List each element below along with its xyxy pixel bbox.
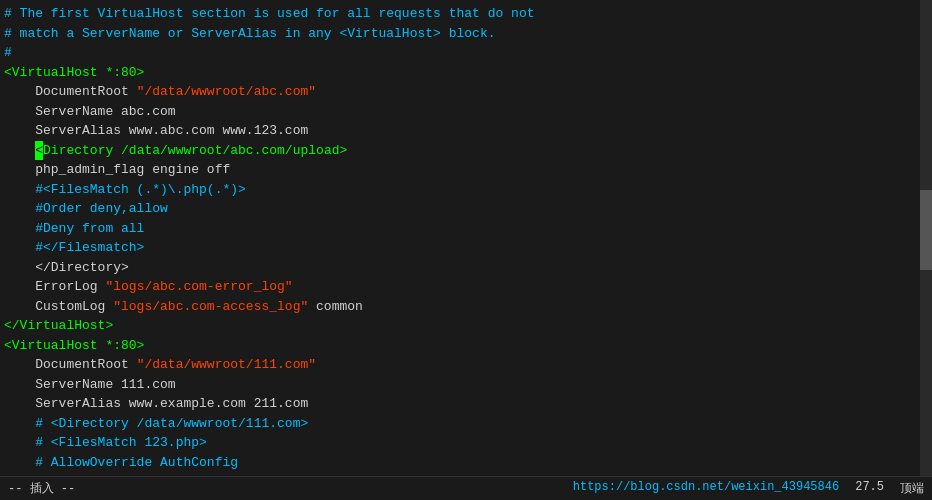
line-part: DocumentRoot <box>4 84 137 99</box>
line-part: #</Filesmatch> <box>4 240 144 255</box>
status-bar: -- 插入 -- https://blog.csdn.net/weixin_43… <box>0 476 932 500</box>
code-line: DocumentRoot "/data/wwwroot/abc.com" <box>0 82 920 102</box>
line-part: php_admin_flag engine off <box>4 162 230 177</box>
line-content: CustomLog "logs/abc.com-access_log" comm… <box>4 297 912 317</box>
line-part: <VirtualHost *:80> <box>4 338 144 353</box>
editor-container: # The first VirtualHost section is used … <box>0 0 932 500</box>
line-content: # match a ServerName or ServerAlias in a… <box>4 24 912 44</box>
line-content: #</Filesmatch> <box>4 238 912 258</box>
location-info: 顶端 <box>900 480 924 497</box>
code-line: CustomLog "logs/abc.com-access_log" comm… <box>0 297 920 317</box>
line-content: # <Directory /data/wwwroot/111.com> <box>4 414 912 434</box>
line-part: # <FilesMatch 123.php> <box>4 435 207 450</box>
line-part: #Order deny,allow <box>4 201 168 216</box>
line-part: CustomLog <box>4 299 113 314</box>
code-line: ServerAlias www.abc.com www.123.com <box>0 121 920 141</box>
line-part: "logs/abc.com-error_log" <box>105 279 292 294</box>
line-part: (.*)> <box>207 182 246 197</box>
code-line: # <box>0 43 920 63</box>
line-content: ErrorLog "logs/abc.com-error_log" <box>4 277 912 297</box>
code-line: # <Directory /data/wwwroot/111.com> <box>0 414 920 434</box>
line-content: DocumentRoot "/data/wwwroot/abc.com" <box>4 82 912 102</box>
vim-mode: -- 插入 -- <box>8 480 75 497</box>
line-content: DocumentRoot "/data/wwwroot/111.com" <box>4 355 912 375</box>
line-content: ServerName abc.com <box>4 102 912 122</box>
line-content: #<FilesMatch (.*)\.php(.*)> <box>4 180 912 200</box>
line-content: ServerAlias www.example.com 211.com <box>4 394 912 414</box>
line-part: # The first VirtualHost section is used … <box>4 6 535 21</box>
line-part: </VirtualHost> <box>4 318 113 333</box>
code-line: # <FilesMatch 123.php> <box>0 433 920 453</box>
line-position: 27.5 <box>855 480 884 497</box>
line-content: ServerAlias www.abc.com www.123.com <box>4 121 912 141</box>
line-content: <VirtualHost *:80> <box>4 336 912 356</box>
code-line: DocumentRoot "/data/wwwroot/111.com" <box>0 355 920 375</box>
code-line: </Directory> <box>0 258 920 278</box>
line-part: # match a ServerName or ServerAlias in a… <box>4 26 495 41</box>
line-part: #<FilesMatch (.*)\. <box>4 182 183 197</box>
code-line: ErrorLog "logs/abc.com-error_log" <box>0 277 920 297</box>
code-line: ServerName abc.com <box>0 102 920 122</box>
line-content: <Directory /data/wwwroot/abc.com/upload> <box>4 141 912 161</box>
status-right: https://blog.csdn.net/weixin_43945846 27… <box>573 480 924 497</box>
line-part: DocumentRoot <box>4 357 137 372</box>
line-part: "/data/wwwroot/abc.com" <box>137 84 316 99</box>
line-part: "logs/abc.com-access_log" <box>113 299 308 314</box>
code-line: <VirtualHost *:80> <box>0 336 920 356</box>
code-line: # The first VirtualHost section is used … <box>0 4 920 24</box>
line-content: php_admin_flag engine off <box>4 160 912 180</box>
line-content: </Directory> <box>4 258 912 278</box>
line-part: # <Directory /data/wwwroot/111.com> <box>4 416 308 431</box>
line-part: common <box>308 299 363 314</box>
line-content: # The first VirtualHost section is used … <box>4 4 912 24</box>
line-part: ServerAlias www.example.com 211.com <box>4 396 308 411</box>
code-area[interactable]: # The first VirtualHost section is used … <box>0 0 932 476</box>
code-line: <VirtualHost *:80> <box>0 63 920 83</box>
code-line: # AllowOverride AuthConfig <box>0 453 920 473</box>
cursor: < <box>35 141 43 161</box>
line-content: #Order deny,allow <box>4 199 912 219</box>
line-part: ServerName 111.com <box>4 377 176 392</box>
code-line: #Order deny,allow <box>0 199 920 219</box>
line-part: </Directory> <box>4 260 129 275</box>
scrollbar[interactable] <box>920 0 932 476</box>
line-content: <VirtualHost *:80> <box>4 63 912 83</box>
line-content: #Deny from all <box>4 219 912 239</box>
code-line: ServerAlias www.example.com 211.com <box>0 394 920 414</box>
url-display: https://blog.csdn.net/weixin_43945846 <box>573 480 839 497</box>
line-content: ServerName 111.com <box>4 375 912 395</box>
code-line: php_admin_flag engine off <box>0 160 920 180</box>
scrollbar-thumb[interactable] <box>920 190 932 270</box>
line-part: "/data/wwwroot/111.com" <box>137 357 316 372</box>
line-content: # <box>4 43 912 63</box>
code-line: #</Filesmatch> <box>0 238 920 258</box>
line-part: #Deny from all <box>4 221 144 236</box>
line-part: php <box>183 182 206 197</box>
line-part: <VirtualHost *:80> <box>4 65 144 80</box>
line-part: ErrorLog <box>4 279 105 294</box>
line-part: # AllowOverride AuthConfig <box>4 455 238 470</box>
line-part: ServerName abc.com <box>4 104 176 119</box>
line-content: </VirtualHost> <box>4 316 912 336</box>
line-content: # AllowOverride AuthConfig <box>4 453 912 473</box>
line-content: # <FilesMatch 123.php> <box>4 433 912 453</box>
code-line: <Directory /data/wwwroot/abc.com/upload> <box>0 141 920 161</box>
code-line: </VirtualHost> <box>0 316 920 336</box>
code-line: # match a ServerName or ServerAlias in a… <box>0 24 920 44</box>
code-line: ServerName 111.com <box>0 375 920 395</box>
line-part: # <box>4 45 12 60</box>
code-line: #<FilesMatch (.*)\.php(.*)> <box>0 180 920 200</box>
line-part: ServerAlias www.abc.com www.123.com <box>4 123 308 138</box>
code-line: #Deny from all <box>0 219 920 239</box>
